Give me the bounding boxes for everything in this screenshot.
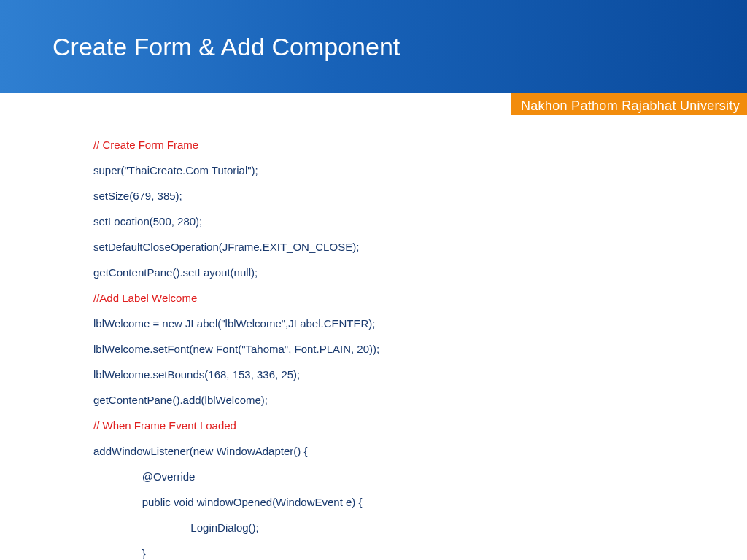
code-line: @Override: [93, 469, 747, 484]
code-line: // When Frame Event Loaded: [93, 418, 747, 433]
university-badge: Nakhon Pathom Rajabhat University: [511, 93, 747, 115]
code-line: }: [93, 545, 747, 560]
code-line: // Create Form Frame: [93, 137, 747, 152]
code-line: super("ThaiCreate.Com Tutorial");: [93, 163, 747, 178]
code-line: lblWelcome.setFont(new Font("Tahoma", Fo…: [93, 341, 747, 357]
code-line: setDefaultCloseOperation(JFrame.EXIT_ON_…: [93, 239, 747, 254]
page-title: Create Form & Add Component: [53, 33, 400, 61]
code-line: lblWelcome = new JLabel("lblWelcome",JLa…: [93, 316, 747, 331]
code-line: public void windowOpened(WindowEvent e) …: [93, 494, 747, 510]
code-line: addWindowListener(new WindowAdapter() {: [93, 443, 747, 459]
badge-row: Nakhon Pathom Rajabhat University: [0, 93, 747, 115]
code-line: //Add Label Welcome: [93, 290, 747, 306]
code-content: // Create Form Framesuper("ThaiCreate.Co…: [0, 115, 747, 560]
slide-header: Create Form & Add Component: [0, 0, 747, 93]
code-line: getContentPane().add(lblWelcome);: [93, 392, 747, 408]
code-line: setSize(679, 385);: [93, 188, 747, 203]
code-line: LoginDialog();: [93, 520, 747, 535]
code-line: getContentPane().setLayout(null);: [93, 265, 747, 280]
code-line: setLocation(500, 280);: [93, 214, 747, 229]
code-line: lblWelcome.setBounds(168, 153, 336, 25);: [93, 367, 747, 382]
